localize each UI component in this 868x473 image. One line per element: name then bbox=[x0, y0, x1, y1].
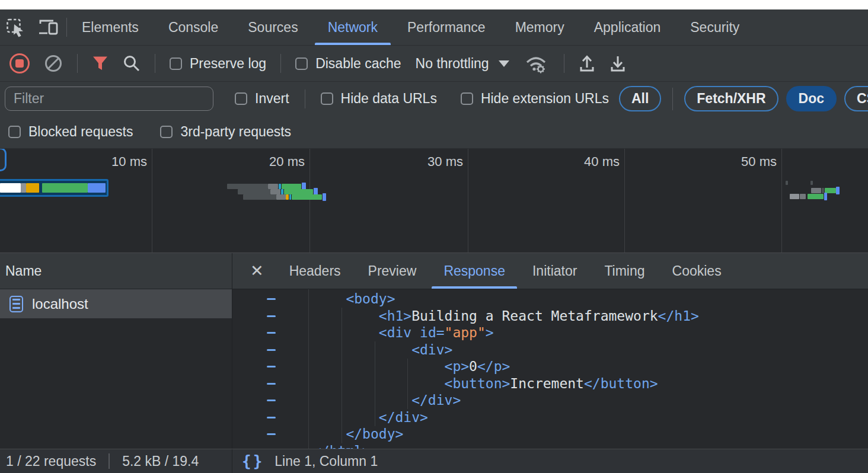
hide-data-urls-checkbox[interactable] bbox=[321, 92, 333, 105]
code-line-content: <div id="app"> bbox=[309, 324, 494, 341]
hide-data-urls-control[interactable]: Hide data URLs bbox=[321, 91, 437, 107]
tab-security[interactable]: Security bbox=[675, 9, 754, 45]
code-line: </div> bbox=[232, 392, 868, 409]
response-source-viewer[interactable]: <body> <h1>Building a React Metaframewor… bbox=[232, 289, 868, 449]
request-row-localhost[interactable]: localhost bbox=[0, 289, 232, 318]
blocked-requests-control[interactable]: Blocked requests bbox=[8, 124, 133, 140]
code-token-tag: </body> bbox=[346, 426, 403, 442]
code-line-gutter bbox=[232, 308, 309, 325]
waterfall-bar bbox=[790, 194, 799, 199]
tab-memory[interactable]: Memory bbox=[500, 9, 579, 45]
code-line-gutter bbox=[232, 358, 309, 375]
waterfall-bar bbox=[21, 183, 26, 193]
type-filter-fetch-xhr[interactable]: Fetch/XHR bbox=[684, 86, 778, 111]
tab-performance[interactable]: Performance bbox=[392, 9, 500, 45]
disable-cache-control[interactable]: Disable cache bbox=[295, 56, 401, 72]
toolbar-divider bbox=[305, 90, 305, 108]
tab-network[interactable]: Network bbox=[313, 9, 392, 45]
name-column-header[interactable]: Name bbox=[0, 253, 232, 289]
tab-elements[interactable]: Elements bbox=[67, 9, 154, 45]
invert-checkbox[interactable] bbox=[235, 92, 247, 105]
detail-tab-label: Preview bbox=[368, 263, 417, 279]
tab-application[interactable]: Application bbox=[579, 9, 676, 45]
disable-cache-checkbox[interactable] bbox=[295, 57, 308, 70]
detail-tab-cookies[interactable]: Cookies bbox=[659, 253, 735, 289]
code-line: <div id="app"> bbox=[232, 324, 868, 341]
tab-sources[interactable]: Sources bbox=[233, 9, 312, 45]
preserve-log-control[interactable]: Preserve log bbox=[170, 56, 266, 72]
toggle-device-toolbar-icon[interactable] bbox=[38, 18, 59, 37]
record-network-log-button[interactable] bbox=[9, 53, 30, 73]
devtools-main-toolbar: ElementsConsoleSourcesNetworkPerformance… bbox=[0, 9, 868, 46]
waterfall-bar bbox=[810, 181, 813, 185]
waterfall-bar bbox=[281, 189, 283, 194]
waterfall-bar bbox=[88, 183, 106, 193]
search-icon[interactable] bbox=[123, 55, 141, 72]
name-column-header-label: Name bbox=[5, 263, 42, 279]
code-line-content: <div> bbox=[309, 341, 452, 359]
code-token-tag: </div> bbox=[411, 392, 461, 408]
active-tab-underline bbox=[432, 286, 517, 289]
import-har-icon[interactable] bbox=[579, 54, 595, 73]
status-bar: 1 / 22 requests 5.2 kB / 19.4 {} Line 1,… bbox=[0, 449, 868, 473]
network-conditions-icon[interactable] bbox=[524, 53, 550, 73]
tab-console[interactable]: Console bbox=[154, 9, 233, 45]
waterfall-bar bbox=[284, 189, 313, 194]
hide-extension-urls-checkbox[interactable] bbox=[461, 92, 473, 105]
waterfall-bar bbox=[268, 184, 278, 189]
tab-label: Elements bbox=[82, 20, 139, 36]
detail-tab-preview[interactable]: Preview bbox=[355, 253, 430, 289]
code-line: <button>Increment</button> bbox=[232, 375, 868, 392]
pretty-print-icon[interactable]: {} bbox=[242, 452, 264, 470]
network-overview-timeline[interactable]: 10 ms20 ms30 ms40 ms50 ms bbox=[0, 148, 868, 253]
code-line-content: <p>0</p> bbox=[309, 358, 510, 375]
detail-tab-headers[interactable]: Headers bbox=[276, 253, 355, 289]
hide-data-urls-label: Hide data URLs bbox=[341, 91, 437, 107]
chevron-down-icon bbox=[499, 60, 509, 67]
code-token-tag: </div> bbox=[379, 410, 428, 425]
third-party-requests-control[interactable]: 3rd-party requests bbox=[160, 124, 291, 140]
waterfall-bar bbox=[811, 188, 821, 193]
document-icon bbox=[9, 296, 23, 312]
third-party-requests-checkbox[interactable] bbox=[160, 126, 173, 138]
type-filter-all[interactable]: All bbox=[619, 86, 661, 111]
waterfall-bar bbox=[286, 194, 289, 200]
clear-network-log-button[interactable] bbox=[44, 54, 63, 73]
export-har-icon[interactable] bbox=[609, 54, 626, 73]
code-line: <div> bbox=[232, 341, 868, 359]
detail-tab-initiator[interactable]: Initiator bbox=[519, 253, 591, 289]
detail-tab-response[interactable]: Response bbox=[430, 253, 519, 289]
disable-cache-label: Disable cache bbox=[315, 56, 401, 72]
hide-extension-urls-control[interactable]: Hide extension URLs bbox=[461, 91, 609, 107]
toolbar-divider bbox=[564, 54, 564, 73]
inspect-element-icon[interactable] bbox=[6, 17, 26, 38]
requests-and-detail-split: Name localhost ✕ HeadersPreviewResponseI… bbox=[0, 253, 868, 449]
code-line: <p>0</p> bbox=[232, 358, 868, 375]
indent-guide bbox=[407, 359, 408, 409]
network-toolbar: Preserve log Disable cache No throttling bbox=[0, 46, 868, 82]
code-line-content: <body> bbox=[309, 290, 395, 308]
request-name: localhost bbox=[32, 296, 88, 312]
timeline-tick-label: 10 ms bbox=[82, 154, 147, 170]
type-filter-cs[interactable]: CS bbox=[844, 86, 868, 111]
code-line-content: <button>Increment</button> bbox=[309, 375, 658, 392]
timeline-tick-label: 20 ms bbox=[240, 154, 305, 170]
invert-label: Invert bbox=[255, 91, 289, 107]
code-line-content: <h1>Building a React Metaframework</h1> bbox=[309, 308, 699, 325]
filter-input[interactable] bbox=[5, 87, 213, 111]
code-token-text: 0 bbox=[469, 359, 477, 374]
filter-toggle-icon[interactable] bbox=[92, 56, 108, 71]
timeline-tick-label: 50 ms bbox=[711, 154, 777, 170]
invert-filter-control[interactable]: Invert bbox=[235, 91, 289, 107]
throttling-select[interactable]: No throttling bbox=[416, 56, 509, 72]
preserve-log-checkbox[interactable] bbox=[170, 57, 182, 70]
requests-table: Name localhost bbox=[0, 253, 232, 449]
detail-tab-timing[interactable]: Timing bbox=[591, 253, 658, 289]
type-filter-doc[interactable]: Doc bbox=[786, 86, 837, 111]
close-detail-icon[interactable]: ✕ bbox=[238, 253, 276, 289]
overview-selection-handle[interactable] bbox=[0, 148, 7, 171]
code-line-gutter bbox=[232, 341, 309, 359]
indent-guide bbox=[375, 341, 375, 426]
blocked-requests-checkbox[interactable] bbox=[8, 126, 21, 138]
more-filters-row: Blocked requests 3rd-party requests bbox=[0, 116, 868, 148]
